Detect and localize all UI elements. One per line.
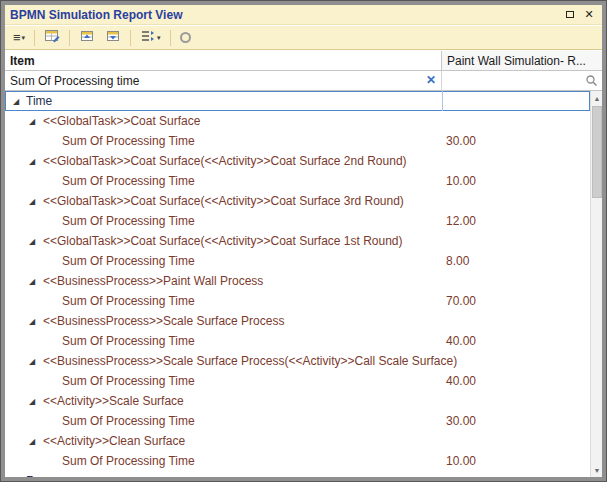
window-title: BPMN Simulation Report View: [10, 8, 559, 22]
row-value: 40.00: [446, 331, 476, 351]
tree-node-row[interactable]: ◢<<Activity>>Scale Surface: [5, 391, 590, 411]
row-label: Sum Of Processing Time: [62, 291, 195, 311]
expand-triangle-icon[interactable]: ◢: [29, 152, 35, 172]
chevron-down-icon: ▾: [157, 34, 161, 41]
row-label: <<GlobalTask>>Coat Surface(<<Activity>>C…: [43, 151, 407, 171]
expand-triangle-icon[interactable]: ◢: [29, 392, 35, 412]
toolbar-separator: [34, 30, 35, 46]
row-label: Sum Of Processing Time: [62, 331, 195, 351]
row-label: Resource: [26, 471, 77, 477]
refresh-button[interactable]: [176, 28, 195, 48]
tree-node-row[interactable]: ◢<<Activity>>Clean Surface: [5, 431, 590, 451]
expand-triangle-icon[interactable]: ◢: [29, 312, 35, 332]
window-frame: BPMN Simulation Report View ✕ ≡ ▾: [0, 0, 607, 482]
row-value: 40.00: [446, 371, 476, 391]
expand-triangle-icon[interactable]: ◢: [29, 352, 35, 372]
tree-node-row[interactable]: ◢<<BusinessProcess>>Scale Surface Proces…: [5, 351, 590, 371]
collapse-all-icon: [105, 28, 121, 48]
toolbar-separator: [69, 30, 70, 46]
row-value: 70.00: [446, 291, 476, 311]
value-row[interactable]: Sum Of Processing Time10.00: [5, 171, 590, 191]
hamburger-menu-icon: ≡: [13, 31, 21, 44]
tree-node-row[interactable]: ◢<<GlobalTask>>Coat Surface(<<Activity>>…: [5, 151, 590, 171]
scrollbar-thumb[interactable]: [592, 106, 602, 198]
vertical-scrollbar[interactable]: ▲ ▼: [590, 91, 602, 477]
value-row[interactable]: Sum Of Processing Time40.00: [5, 371, 590, 391]
row-label: <<GlobalTask>>Coat Surface(<<Activity>>C…: [43, 231, 403, 251]
scroll-up-icon[interactable]: ▲: [591, 91, 602, 105]
grid-edit-icon: [44, 28, 60, 48]
tree-rows: ◢Time◢<<GlobalTask>>Coat SurfaceSum Of P…: [5, 91, 590, 477]
tree-node-row[interactable]: ◢<<BusinessProcess>>Paint Wall Process: [5, 271, 590, 291]
tree-node-row[interactable]: ◢<<GlobalTask>>Coat Surface: [5, 111, 590, 131]
row-label: <<Activity>>Clean Surface: [43, 431, 185, 451]
value-row[interactable]: Sum Of Processing Time10.00: [5, 451, 590, 471]
column-header-row: Item Paint Wall Simulation- R...: [5, 51, 602, 71]
row-label: Sum Of Processing Time: [62, 131, 195, 151]
clear-filter-icon[interactable]: ✕: [426, 73, 436, 87]
row-label: Sum Of Processing Time: [62, 371, 195, 391]
tree-node-row[interactable]: ◢<<BusinessProcess>>Scale Surface Proces…: [5, 311, 590, 331]
filter-input[interactable]: Sum Of Processing time ✕: [5, 71, 442, 91]
value-row[interactable]: Sum Of Processing Time40.00: [5, 331, 590, 351]
row-label: <<Activity>>Scale Surface: [43, 391, 184, 411]
row-label: <<BusinessProcess>>Scale Surface Process…: [43, 351, 457, 371]
collapse-all-button[interactable]: [101, 28, 125, 48]
filter-text: Sum Of Processing time: [10, 74, 139, 88]
expand-triangle-icon[interactable]: ◢: [29, 192, 35, 212]
row-value: 12.00: [446, 211, 476, 231]
row-label: <<BusinessProcess>>Paint Wall Process: [43, 271, 263, 291]
row-label: Sum Of Processing Time: [62, 171, 195, 191]
titlebar[interactable]: BPMN Simulation Report View ✕: [5, 5, 602, 25]
value-row[interactable]: Sum Of Processing Time30.00: [5, 131, 590, 151]
row-value: 30.00: [446, 131, 476, 151]
value-row[interactable]: Sum Of Processing Time12.00: [5, 211, 590, 231]
row-label: Sum Of Processing Time: [62, 251, 195, 271]
row-value: 30.00: [446, 411, 476, 431]
value-row[interactable]: Sum Of Processing Time8.00: [5, 251, 590, 271]
value-row[interactable]: Sum Of Processing Time30.00: [5, 411, 590, 431]
row-label: <<BusinessProcess>>Scale Surface Process: [43, 311, 284, 331]
tree-node-row[interactable]: ◢<<GlobalTask>>Coat Surface(<<Activity>>…: [5, 231, 590, 251]
expand-triangle-icon[interactable]: ◢: [29, 432, 35, 452]
field-options-icon: [140, 28, 156, 48]
row-label: <<GlobalTask>>Coat Surface: [43, 111, 200, 131]
expand-all-icon: [79, 28, 95, 48]
close-button[interactable]: ✕: [581, 8, 597, 22]
row-label: Sum Of Processing Time: [62, 451, 195, 471]
expand-triangle-icon[interactable]: ◢: [29, 112, 35, 132]
group-row[interactable]: ◢Time: [5, 91, 590, 111]
toolbar-separator: [170, 30, 171, 46]
group-row[interactable]: ◢Resource: [5, 471, 590, 477]
toolbar-separator: [130, 30, 131, 46]
maximize-icon: [566, 11, 574, 18]
chevron-down-icon: ▾: [22, 34, 26, 41]
expand-triangle-icon[interactable]: ◢: [29, 272, 35, 292]
expand-all-button[interactable]: [75, 28, 99, 48]
maximize-button[interactable]: [562, 8, 578, 22]
tree-node-row[interactable]: ◢<<GlobalTask>>Coat Surface(<<Activity>>…: [5, 191, 590, 211]
toolbar: ≡ ▾: [5, 26, 602, 50]
menu-button[interactable]: ≡ ▾: [9, 28, 29, 48]
refresh-icon: [180, 32, 191, 43]
row-label: Sum Of Processing Time: [62, 411, 195, 431]
options-button[interactable]: ▾: [136, 28, 165, 48]
search-icon[interactable]: [585, 74, 598, 90]
edit-layout-button[interactable]: [40, 28, 64, 48]
expand-triangle-icon[interactable]: ◢: [29, 232, 35, 252]
filter-row: Sum Of Processing time ✕: [5, 71, 602, 91]
scroll-down-icon[interactable]: ▼: [591, 463, 602, 477]
expand-triangle-icon[interactable]: ◢: [13, 92, 19, 112]
close-icon: ✕: [584, 9, 593, 20]
row-label: Sum Of Processing Time: [62, 211, 195, 231]
row-value: 10.00: [446, 451, 476, 471]
filter-value-cell[interactable]: [442, 71, 602, 91]
row-label: <<GlobalTask>>Coat Surface(<<Activity>>C…: [43, 191, 404, 211]
row-value: 10.00: [446, 171, 476, 191]
column-header-item[interactable]: Item: [5, 51, 442, 71]
expand-triangle-icon[interactable]: ◢: [13, 472, 19, 477]
column-header-value[interactable]: Paint Wall Simulation- R...: [442, 51, 602, 71]
row-label: Time: [26, 91, 52, 111]
value-row[interactable]: Sum Of Processing Time70.00: [5, 291, 590, 311]
window-content: BPMN Simulation Report View ✕ ≡ ▾: [5, 5, 602, 477]
